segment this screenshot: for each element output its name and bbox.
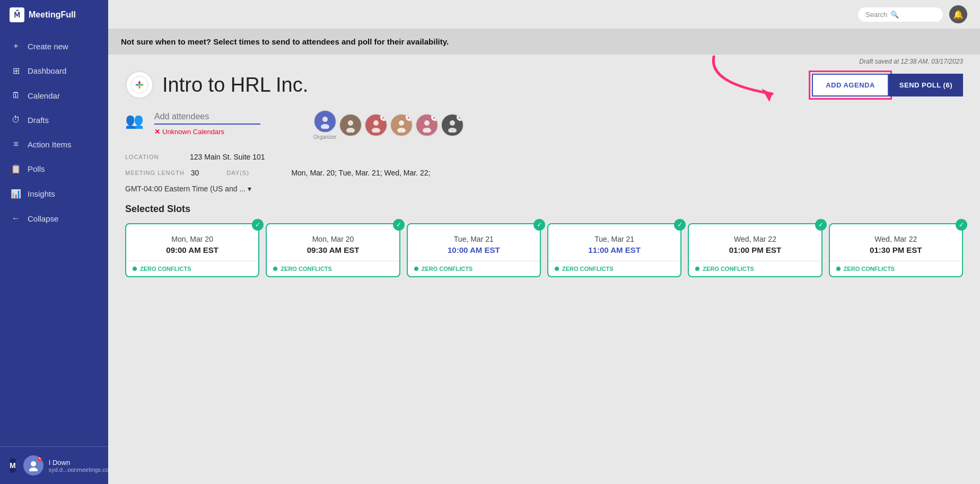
avatar-x-icon: ✕ (380, 113, 388, 121)
sidebar-item-label: Drafts (28, 116, 49, 125)
drafts-icon: ⏱ (11, 115, 21, 125)
sidebar-item-insights[interactable]: 📊 Insights (0, 181, 108, 206)
slot-footer: ZERO CONFLICTS (408, 261, 540, 276)
zero-dot-icon (836, 267, 841, 271)
days-value: Mon, Mar. 20; Tue, Mar. 21; Wed, Mar. 22… (291, 169, 430, 177)
conflicts-label: ZERO CONFLICTS (422, 266, 473, 272)
slot-date: Tue, Mar 21 (594, 235, 634, 243)
slot-card-1[interactable]: ✓ Mon, Mar 20 09:30 AM EST ZERO CONFLICT… (266, 223, 400, 277)
avatar-wrap-2: ✕ (364, 113, 388, 137)
svg-point-1 (29, 468, 38, 471)
send-poll-button[interactable]: SEND POLL (6) (889, 74, 963, 96)
zero-dot-icon (695, 267, 699, 271)
search-text: Search (865, 11, 887, 19)
attendees-group-icon: 👥 (125, 112, 144, 129)
slot-check-icon: ✓ (252, 219, 264, 231)
conflicts-label: ZERO CONFLICTS (844, 266, 895, 272)
slot-footer: ZERO CONFLICTS (689, 261, 821, 276)
sidebar-item-action-items[interactable]: ≡ Action Items (0, 132, 108, 156)
slot-date: Mon, Mar 20 (312, 235, 354, 243)
sidebar-item-label: Polls (28, 164, 45, 173)
svg-point-0 (31, 461, 36, 467)
sidebar-item-label: Dashboard (28, 66, 66, 75)
meeting-header: Intro to HRL Inc. ADD AGENDA SEND POLL (… (125, 71, 963, 99)
slot-check-icon: ✓ (956, 219, 967, 231)
conflicts-label: ZERO CONFLICTS (562, 266, 614, 272)
logo-icon: M̃ (10, 7, 24, 22)
user-info: I Down syd.d...oonmeetings.com (49, 459, 113, 473)
sidebar-user-section: M 41 I Down syd.d...oonmeetings.com (0, 446, 108, 484)
content-area: Draft saved at 12:38 AM, 03/17/2023 Intr… (108, 55, 980, 484)
slot-card-3[interactable]: ✓ Tue, Mar 21 11:00 AM EST ZERO CONFLICT… (547, 223, 681, 277)
attendees-section: 👥 ✕ Unknown Calendars Organizer✕✕✕✕ (125, 110, 963, 140)
sidebar-item-label: Insights (28, 189, 55, 198)
attendees-input-area: ✕ Unknown Calendars (154, 110, 303, 136)
svg-point-5 (321, 124, 329, 129)
polls-icon: 📋 (11, 164, 21, 174)
slot-footer: ZERO CONFLICTS (548, 261, 680, 276)
meeting-title-row: Intro to HRL Inc. (125, 71, 308, 99)
svg-point-14 (450, 120, 455, 126)
location-row: LOCATION 123 Main St. Suite 101 (125, 153, 963, 161)
svg-point-6 (348, 120, 353, 126)
logo-text: MeetingFull (29, 10, 76, 20)
slot-check-icon: ✓ (393, 219, 405, 231)
days-label: DAY(S) (226, 170, 285, 176)
zero-dot-icon (414, 267, 418, 271)
sidebar-item-create-new[interactable]: + Create new (0, 34, 108, 58)
add-agenda-button[interactable]: ADD AGENDA (812, 74, 889, 96)
sidebar-item-label: Action Items (28, 140, 72, 149)
sidebar-item-label: Calendar (28, 91, 60, 100)
create-new-icon: + (11, 41, 21, 51)
sidebar-item-drafts[interactable]: ⏱ Drafts (0, 108, 108, 132)
x-icon: ✕ (154, 128, 160, 136)
slot-card-2[interactable]: ✓ Tue, Mar 21 10:00 AM EST ZERO CONFLICT… (407, 223, 541, 277)
zero-dot-icon (273, 267, 277, 271)
zero-dot-icon (133, 267, 137, 271)
slot-card-0[interactable]: ✓ Mon, Mar 20 09:00 AM EST ZERO CONFLICT… (125, 223, 259, 277)
collapse-icon: ← (11, 214, 21, 223)
attendee-avatar-1 (339, 113, 362, 137)
slot-body: Tue, Mar 21 11:00 AM EST (548, 224, 680, 261)
notification-bell[interactable]: 🔔 (949, 5, 967, 23)
banner-text: Not sure when to meet? Select times to s… (121, 37, 449, 46)
availability-banner: Not sure when to meet? Select times to s… (108, 29, 980, 55)
add-attendees-input[interactable] (154, 110, 260, 125)
avatar-wrap-1 (339, 113, 362, 137)
meeting-title: Intro to HRL Inc. (162, 74, 308, 96)
calendar-icon: 🗓 (11, 91, 21, 100)
sidebar-item-calendar[interactable]: 🗓 Calendar (0, 83, 108, 108)
slot-time: 01:30 PM EST (870, 245, 922, 254)
meeting-length-label: MEETING LENGTH (125, 170, 185, 176)
draft-saved: Draft saved at 12:38 AM, 03/17/2023 (125, 55, 963, 66)
sidebar-item-collapse[interactable]: ← Collapse (0, 206, 108, 231)
slot-card-4[interactable]: ✓ Wed, Mar 22 01:00 PM EST ZERO CONFLICT… (688, 223, 822, 277)
sidebar-item-polls[interactable]: 📋 Polls (0, 156, 108, 181)
slot-body: Mon, Mar 20 09:30 AM EST (267, 224, 399, 261)
svg-point-4 (322, 117, 328, 122)
timezone-row[interactable]: GMT-04:00 Eastern Time (US and ... ▾ (125, 184, 963, 193)
sidebar: M̃ MeetingFull + Create new ⊞ Dashboard … (0, 0, 108, 484)
zero-dot-icon (555, 267, 559, 271)
topbar: Search 🔍 🔔 (108, 0, 980, 29)
dashboard-icon: ⊞ (11, 66, 21, 76)
app-badge: M (10, 458, 16, 473)
sidebar-item-dashboard[interactable]: ⊞ Dashboard (0, 58, 108, 83)
attendee-avatar-4: ✕ (415, 113, 439, 137)
attendee-avatar-3: ✕ (390, 113, 413, 137)
slot-footer: ZERO CONFLICTS (126, 261, 258, 276)
slot-card-5[interactable]: ✓ Wed, Mar 22 01:30 PM EST ZERO CONFLICT… (829, 223, 963, 277)
svg-point-11 (397, 128, 406, 133)
svg-point-10 (399, 120, 404, 126)
slot-body: Mon, Mar 20 09:00 AM EST (126, 224, 258, 261)
main-content: Search 🔍 🔔 Not sure when to meet? Select… (108, 0, 980, 484)
attendee-avatar-2: ✕ (364, 113, 388, 137)
slot-footer: ZERO CONFLICTS (267, 261, 399, 276)
slot-date: Tue, Mar 21 (454, 235, 494, 243)
svg-point-12 (424, 120, 430, 126)
avatar-wrap-3: ✕ (390, 113, 413, 137)
attendee-avatar-5: ✕ (441, 113, 464, 137)
search-bar[interactable]: Search 🔍 (858, 7, 943, 22)
slot-time: 10:00 AM EST (448, 245, 500, 254)
organizer-label: Organizer (313, 134, 337, 140)
